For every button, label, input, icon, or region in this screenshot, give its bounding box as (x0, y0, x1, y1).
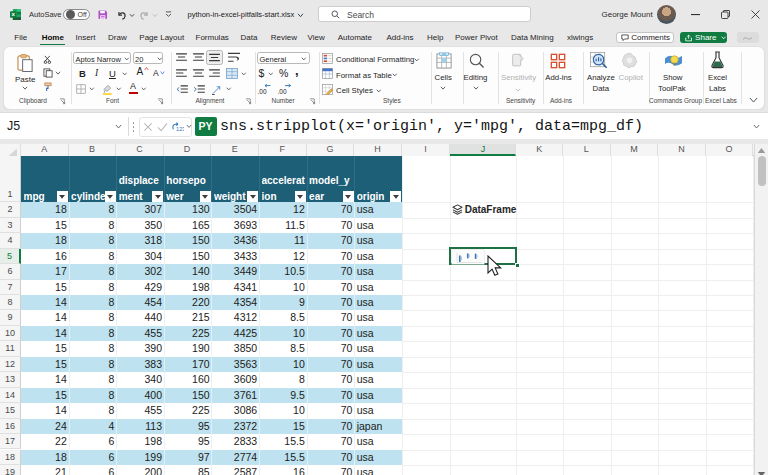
svg-text:xxx: xxx (442, 52, 447, 56)
svg-text:.00: .00 (278, 88, 287, 95)
svg-text:.00: .00 (258, 88, 267, 95)
svg-text:123: 123 (176, 126, 184, 132)
